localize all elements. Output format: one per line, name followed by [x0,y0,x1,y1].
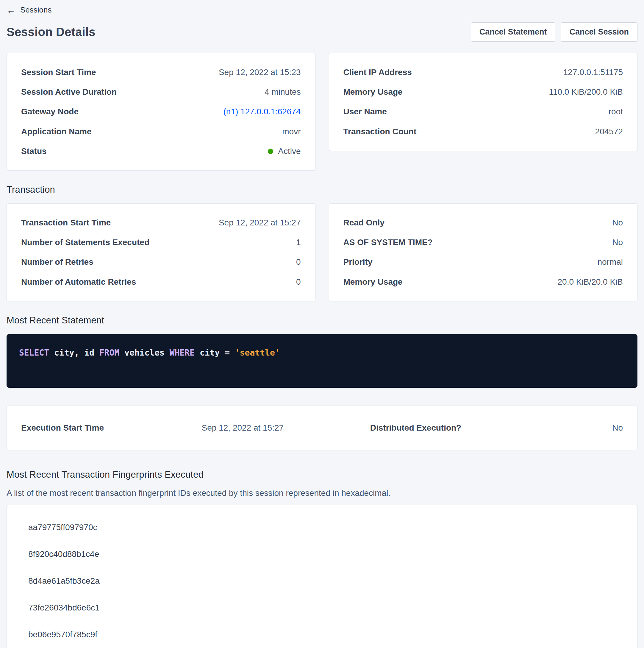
sql-token-keyword: SELECT [19,348,49,358]
sql-token-string: 'seattle' [235,348,280,358]
execution-info-card: Execution Start Time Sep 12, 2022 at 15:… [7,406,637,450]
as-of-system-time-label: AS OF SYSTEM TIME? [343,238,433,247]
number-of-statements-executed-label: Number of Statements Executed [21,238,150,247]
transaction-card-right: Read OnlyNoAS OF SYSTEM TIME?NoPriorityn… [329,203,638,302]
user-name-label: User Name [343,107,387,116]
memory-usage-value: 110.0 KiB/200.0 KiB [549,87,623,97]
session-info-card-left: Session Start TimeSep 12, 2022 at 15:23S… [7,53,315,171]
info-row-user-name: User Nameroot [343,107,623,116]
info-row-number-of-retries: Number of Retries0 [21,257,301,267]
status-label: Status [21,147,47,156]
session-details-page: ← Sessions Session Details Cancel Statem… [0,0,644,648]
header-actions: Cancel Statement Cancel Session [471,22,637,42]
distributed-execution-value: No [539,423,623,433]
status-active-dot [268,149,273,154]
page-title: Session Details [7,25,96,39]
info-row-number-of-automatic-retries: Number of Automatic Retries0 [21,277,301,287]
sql-token-keyword: WHERE [170,348,195,358]
session-start-time-label: Session Start Time [21,68,96,77]
transaction-section-heading: Transaction [7,184,637,195]
info-row-status: StatusActive [21,147,301,156]
as-of-system-time-value: No [612,238,623,247]
breadcrumb-label: Sessions [20,5,52,15]
info-row-gateway-node: Gateway Node(n1) 127.0.0.1:62674 [21,107,301,116]
cancel-session-button[interactable]: Cancel Session [561,22,637,42]
sql-token-plain: vehicles [119,348,170,358]
execution-start-time-value: Sep 12, 2022 at 15:27 [202,423,370,433]
info-row-priority: Prioritynormal [343,257,623,267]
sql-token-plain: city, id [49,348,99,358]
sql-token-plain: city = [195,348,235,358]
fingerprint-id: 73fe26034bd6e6c1 [7,603,637,612]
page-header: Session Details Cancel Statement Cancel … [7,22,637,42]
read-only-label: Read Only [343,218,385,227]
info-row-number-of-statements-executed: Number of Statements Executed1 [21,238,301,247]
user-name-value: root [608,107,623,116]
priority-label: Priority [343,257,372,267]
fingerprints-card: aa79775ff097970c8f920c40d88b1c4e8d4ae61a… [7,505,637,648]
client-ip-address-value: 127.0.0.1:51175 [563,68,623,77]
client-ip-address-label: Client IP Address [343,68,412,77]
transaction-start-time-label: Transaction Start Time [21,218,111,227]
session-summary-grid: Session Start TimeSep 12, 2022 at 15:23S… [7,53,637,171]
info-row-session-active-duration: Session Active Duration4 minutes [21,87,301,97]
fingerprint-id: aa79775ff097970c [7,523,637,532]
info-row-transaction-start-time: Transaction Start TimeSep 12, 2022 at 15… [21,218,301,227]
execution-start-time-label: Execution Start Time [21,423,202,433]
info-row-memory-usage: Memory Usage110.0 KiB/200.0 KiB [343,87,623,97]
back-arrow-icon: ← [7,6,15,15]
number-of-automatic-retries-label: Number of Automatic Retries [21,277,136,287]
number-of-retries-value: 0 [296,257,301,267]
status-value: Active [268,147,301,156]
read-only-value: No [612,218,623,227]
memory-usage-value: 20.0 KiB/20.0 KiB [558,277,623,287]
fingerprint-id: 8f920c40d88b1c4e [7,549,637,559]
priority-value: normal [597,257,623,267]
number-of-retries-label: Number of Retries [21,257,94,267]
memory-usage-label: Memory Usage [343,87,403,97]
info-row-session-start-time: Session Start TimeSep 12, 2022 at 15:23 [21,68,301,77]
fingerprint-id: be06e9570f785c9f [7,630,637,639]
info-row-client-ip-address: Client IP Address127.0.0.1:51175 [343,68,623,77]
number-of-automatic-retries-value: 0 [296,277,301,287]
transaction-card-left: Transaction Start TimeSep 12, 2022 at 15… [7,203,315,302]
sql-token-keyword: FROM [99,348,119,358]
breadcrumb-back-sessions[interactable]: ← Sessions [7,0,52,15]
info-row-memory-usage: Memory Usage20.0 KiB/20.0 KiB [343,277,623,287]
fingerprint-id: 8d4ae61a5fb3ce2a [7,576,637,586]
info-row-application-name: Application Namemovr [21,127,301,137]
transaction-grid: Transaction Start TimeSep 12, 2022 at 15… [7,203,637,302]
fingerprints-section-heading: Most Recent Transaction Fingerprints Exe… [7,469,637,480]
application-name-value: movr [282,127,301,137]
session-active-duration-label: Session Active Duration [21,87,117,97]
gateway-node-label: Gateway Node [21,107,78,116]
info-row-read-only: Read OnlyNo [343,218,623,227]
fingerprints-description: A list of the most recent transaction fi… [7,488,637,498]
transaction-count-label: Transaction Count [343,127,417,137]
number-of-statements-executed-value: 1 [296,238,301,247]
sql-statement-text: SELECT city, id FROM vehicles WHERE city… [19,348,280,358]
transaction-start-time-value: Sep 12, 2022 at 15:27 [219,218,301,227]
sql-statement-box: SELECT city, id FROM vehicles WHERE city… [7,334,637,388]
application-name-label: Application Name [21,127,92,137]
session-start-time-value: Sep 12, 2022 at 15:23 [219,68,301,77]
info-row-transaction-count: Transaction Count204572 [343,127,623,137]
memory-usage-label: Memory Usage [343,277,403,287]
distributed-execution-label: Distributed Execution? [370,423,539,433]
session-active-duration-value: 4 minutes [265,87,301,97]
statement-section-heading: Most Recent Statement [7,315,637,326]
info-row-as-of-system-time: AS OF SYSTEM TIME?No [343,238,623,247]
cancel-statement-button[interactable]: Cancel Statement [471,22,555,42]
session-info-card-right: Client IP Address127.0.0.1:51175Memory U… [329,53,638,151]
transaction-count-value: 204572 [595,127,623,137]
gateway-node-link[interactable]: (n1) 127.0.0.1:62674 [224,107,301,116]
